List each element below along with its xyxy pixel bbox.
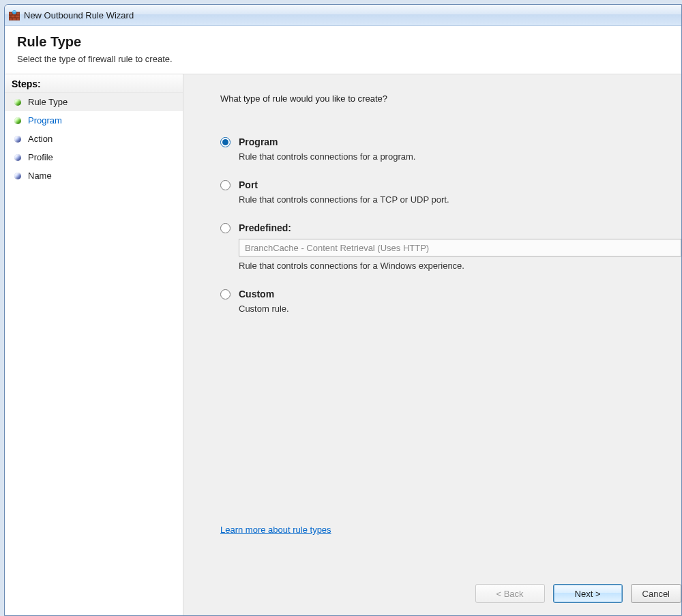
- wizard-footer: < Back Next > Cancel: [475, 584, 681, 603]
- option-predefined: Predefined: BranchCache - Content Retrie…: [220, 222, 681, 271]
- predefined-select-wrap: BranchCache - Content Retrieval (Uses HT…: [239, 239, 681, 256]
- step-label: Action: [28, 134, 53, 144]
- option-program-label: Program: [239, 136, 278, 147]
- option-port: Port Rule that controls connections for …: [220, 179, 681, 205]
- option-predefined-row[interactable]: Predefined:: [220, 222, 681, 233]
- option-program-row[interactable]: Program: [220, 136, 681, 147]
- predefined-dropdown-value: BranchCache - Content Retrieval (Uses HT…: [245, 243, 429, 253]
- option-custom-label: Custom: [239, 289, 274, 299]
- step-label: Name: [28, 171, 52, 181]
- wizard-content: What type of rule would you like to crea…: [183, 74, 681, 615]
- step-bullet-icon: [14, 154, 21, 161]
- option-port-row[interactable]: Port: [220, 179, 681, 190]
- titlebar[interactable]: New Outbound Rule Wizard: [5, 5, 681, 26]
- predefined-dropdown[interactable]: BranchCache - Content Retrieval (Uses HT…: [239, 239, 681, 256]
- cancel-button[interactable]: Cancel: [631, 584, 681, 603]
- option-port-desc: Rule that controls connections for a TCP…: [239, 194, 681, 205]
- option-port-label: Port: [239, 179, 258, 190]
- radio-program[interactable]: [220, 137, 231, 147]
- learn-more-link[interactable]: Learn more about rule types: [220, 525, 331, 535]
- step-label: Rule Type: [28, 97, 68, 107]
- steps-list: Rule Type Program Action Profile Name: [5, 93, 183, 185]
- option-custom: Custom Custom rule.: [220, 289, 681, 314]
- radio-custom[interactable]: [220, 289, 231, 299]
- learn-more: Learn more about rule types: [220, 525, 331, 535]
- wizard-body: Steps: Rule Type Program Action Profile: [5, 74, 681, 615]
- wizard-window: New Outbound Rule Wizard Rule Type Selec…: [4, 4, 682, 616]
- step-action[interactable]: Action: [5, 130, 183, 148]
- step-bullet-icon: [14, 117, 21, 124]
- option-custom-row[interactable]: Custom: [220, 289, 681, 299]
- step-profile[interactable]: Profile: [5, 148, 183, 166]
- firewall-icon: [9, 10, 20, 20]
- window-title: New Outbound Rule Wizard: [24, 10, 134, 20]
- back-button[interactable]: < Back: [475, 584, 545, 603]
- option-custom-desc: Custom rule.: [239, 304, 681, 314]
- steps-sidebar: Steps: Rule Type Program Action Profile: [5, 74, 183, 615]
- wizard-header: Rule Type Select the type of firewall ru…: [5, 26, 681, 74]
- step-name[interactable]: Name: [5, 166, 183, 185]
- step-program[interactable]: Program: [5, 111, 183, 130]
- radio-predefined[interactable]: [220, 223, 231, 233]
- next-button[interactable]: Next >: [553, 584, 623, 603]
- step-bullet-icon: [14, 136, 21, 143]
- option-predefined-desc: Rule that controls connections for a Win…: [239, 261, 681, 271]
- step-label: Profile: [28, 152, 53, 162]
- rule-type-question: What type of rule would you like to crea…: [220, 93, 681, 104]
- step-rule-type[interactable]: Rule Type: [5, 93, 183, 111]
- option-program: Program Rule that controls connections f…: [220, 136, 681, 162]
- step-bullet-icon: [14, 99, 21, 106]
- page-title: Rule Type: [17, 34, 669, 50]
- steps-heading: Steps:: [5, 74, 183, 93]
- option-program-desc: Rule that controls connections for a pro…: [239, 151, 681, 162]
- option-predefined-label: Predefined:: [239, 222, 291, 233]
- radio-port[interactable]: [220, 180, 231, 190]
- page-description: Select the type of firewall rule to crea…: [17, 54, 669, 64]
- step-bullet-icon: [14, 173, 21, 179]
- step-label: Program: [28, 115, 62, 126]
